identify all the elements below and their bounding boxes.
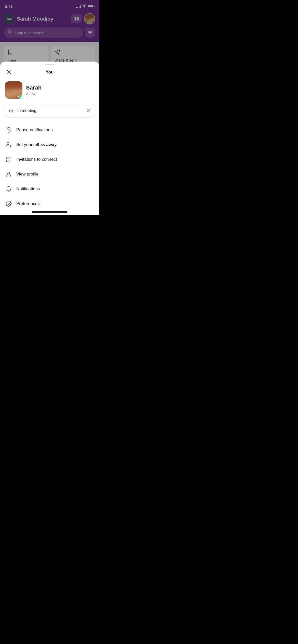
notifications-label: Notifications: [16, 186, 40, 192]
status-input-row[interactable]: 👀 In meeting: [4, 104, 95, 118]
preferences-label: Preferences: [16, 201, 40, 206]
profile-active-status: Active: [26, 92, 94, 96]
svg-rect-13: [9, 157, 11, 159]
profile-row: Sarah Active: [0, 80, 99, 104]
svg-point-16: [8, 203, 9, 204]
person-icon: [5, 171, 12, 178]
drag-handle: [45, 64, 55, 65]
bottom-sheet: You Sarah Active 👀 In meeting: [0, 62, 99, 215]
menu-item-set-away[interactable]: Set yourself as away: [5, 137, 94, 152]
gear-icon: [5, 200, 12, 207]
person-away-icon: [5, 141, 12, 148]
menu-item-view-profile[interactable]: View profile: [5, 167, 94, 182]
sheet-title: You: [46, 70, 54, 75]
drag-handle-area: [0, 62, 99, 65]
menu-list: Pause notifications Set yourself as away: [0, 123, 99, 208]
profile-online-dot: [18, 95, 22, 98]
home-indicator-area: [0, 208, 99, 215]
pause-notifications-label: Pause notifications: [16, 127, 53, 133]
close-button[interactable]: [5, 68, 13, 76]
building-icon: [5, 156, 12, 163]
menu-item-preferences[interactable]: Preferences: [5, 196, 94, 208]
set-away-label: Set yourself as away: [16, 142, 57, 147]
bell-off-icon: [5, 126, 12, 134]
menu-item-pause-notifications[interactable]: Pause notifications: [5, 123, 94, 137]
menu-item-invitations[interactable]: Invitations to connect: [5, 152, 94, 167]
menu-item-notifications[interactable]: Notifications: [5, 182, 94, 196]
profile-avatar-wrap: [5, 81, 22, 99]
invitations-label: Invitations to connect: [16, 157, 57, 162]
svg-rect-14: [6, 160, 8, 162]
svg-rect-12: [6, 157, 8, 159]
status-clear-button[interactable]: [85, 108, 91, 114]
profile-info: Sarah Active: [26, 84, 94, 96]
view-profile-label: View profile: [16, 172, 39, 177]
profile-name: Sarah: [26, 84, 94, 91]
status-value: In meeting: [17, 108, 36, 113]
sheet-header: You: [0, 65, 99, 80]
svg-point-10: [7, 142, 9, 144]
home-bar: [32, 211, 67, 213]
status-emoji: 👀: [8, 108, 15, 114]
bell-icon: [5, 185, 12, 193]
